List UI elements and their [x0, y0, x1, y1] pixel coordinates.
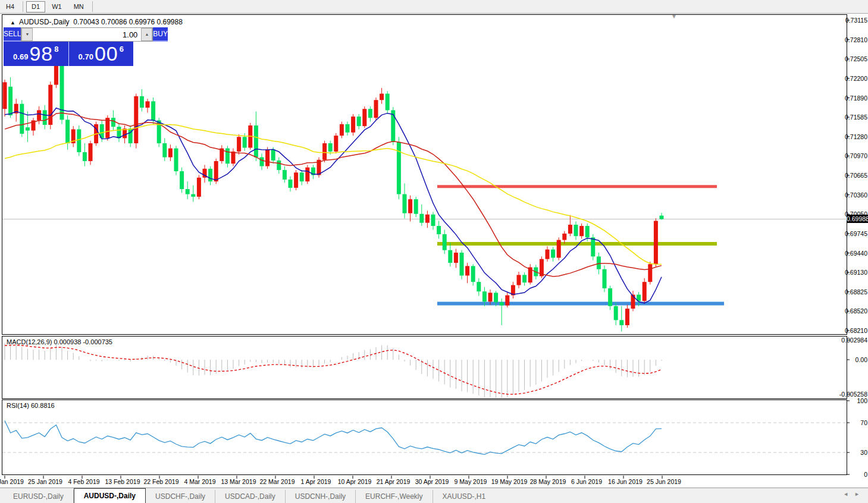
macd-signal-value: -0.000735 [83, 338, 112, 345]
macd-label: MACD(12,26,9) 0.000938 -0.000735 [7, 338, 112, 345]
date-axis[interactable]: 16 Jan 201925 Jan 20194 Feb 201913 Feb 2… [2, 476, 847, 486]
collapse-trade-panel-icon[interactable]: ▲ [10, 20, 15, 26]
price-axis-label: 0.71585 [845, 114, 867, 121]
rsi-panel: RSI(14) 60.8816 [2, 400, 847, 475]
price-axis-label: 0.69130 [845, 269, 867, 276]
sell-price-pip: 8 [54, 45, 58, 54]
rsi-axis-label: 0 [864, 471, 867, 478]
price-axis-label: 0.68520 [845, 307, 867, 315]
tab-scroll-arrows: ◄► [843, 491, 866, 497]
price-axis-label: 0.71280 [845, 133, 867, 140]
price-axis-label: 0.70360 [845, 191, 867, 199]
price-axis-label: 0.73115 [845, 17, 867, 24]
ohlc-high: 0.70086 [101, 18, 127, 26]
timeframe-button-d1[interactable]: D1 [26, 1, 45, 12]
volume-decrease-button[interactable]: ▼ [21, 28, 33, 41]
volume-control: ▼ ▲ [21, 27, 153, 42]
rsi-label: RSI(14) 60.8816 [7, 402, 55, 409]
sell-price-big: 98 [29, 42, 53, 65]
timeframe-toolbar: H4D1W1MN [0, 0, 868, 14]
price-axis-label: 0.68825 [845, 288, 867, 295]
price-axis-label: 0.72200 [845, 75, 867, 82]
buy-price-button[interactable]: 0.70 00 6 [69, 42, 134, 66]
price-axis-label: 0.71890 [845, 95, 867, 102]
chart-tab-eurusd-daily[interactable]: EURUSD-,Daily [4, 490, 74, 503]
macd-axis-label: 0.002984 [841, 337, 867, 344]
date-axis-label: 6 Jun 2019 [571, 478, 602, 485]
price-axis-label: 0.68210 [845, 327, 867, 334]
chart-tab-usdcnh-daily[interactable]: USDCNH-,Daily [286, 490, 356, 503]
chart-tab-audusd-daily[interactable]: AUDUSD-,Daily [74, 488, 146, 503]
sell-price-prefix: 0.69 [13, 52, 28, 61]
chart-tab-xauusd-h1[interactable]: XAUUSD-,H1 [433, 490, 496, 503]
symbol-label: AUDUSD-,Daily [19, 18, 70, 26]
volume-input[interactable] [33, 28, 141, 41]
sell-price-button[interactable]: 0.69 98 8 [4, 42, 69, 66]
chart-tab-usdcad-daily[interactable]: USDCAD-,Daily [215, 490, 286, 503]
date-axis-label: 1 Apr 2019 [301, 478, 331, 485]
rsi-value: 60.8816 [31, 402, 55, 409]
date-axis-label: 9 May 2019 [455, 478, 487, 485]
timeframe-button-h4[interactable]: H4 [1, 1, 20, 12]
date-axis-label: 22 Mar 2019 [260, 478, 295, 485]
rsi-axis-label: 30 [860, 449, 867, 456]
date-axis-label: 13 Mar 2019 [221, 478, 256, 485]
price-axis-label: 0.69440 [845, 250, 867, 257]
one-click-trading-widget: SELL ▼ ▲ BUY 0.69 98 8 0.70 00 6 [4, 27, 133, 66]
buy-price-prefix: 0.70 [79, 52, 93, 61]
buy-button[interactable]: BUY [153, 27, 168, 42]
rsi-axis-label: 70 [860, 419, 867, 426]
chart-shift-marker-icon[interactable]: ▼ [671, 13, 677, 20]
sell-button[interactable]: SELL [4, 27, 21, 42]
macd-main-value: 0.000938 [54, 338, 81, 345]
price-axis-label: 0.72810 [845, 36, 867, 43]
date-axis-label: 19 May 2019 [491, 478, 528, 485]
timeframe-button-mn[interactable]: MN [68, 1, 89, 12]
toolbar-separator [92, 1, 93, 12]
ohlc-open: 0.70043 [73, 18, 99, 26]
tab-scroll-left-icon[interactable]: ◄ [843, 491, 854, 497]
price-axis-label: 0.70970 [845, 152, 867, 159]
volume-increase-button[interactable]: ▲ [141, 28, 152, 41]
date-axis-label: 25 Jan 2019 [28, 478, 62, 485]
date-axis-label: 25 Jun 2019 [647, 478, 681, 485]
buy-price-pip: 6 [120, 45, 124, 54]
chart-tab-eurchf-weekly[interactable]: EURCHF-,Weekly [356, 490, 433, 503]
date-axis-label: 4 Mar 2019 [184, 478, 215, 485]
date-axis-label: 16 Jun 2019 [608, 478, 643, 485]
macd-panel: MACD(12,26,9) 0.000938 -0.000735 [2, 336, 847, 399]
rsi-axis-label: 100 [857, 397, 867, 404]
date-axis-label: 30 Apr 2019 [415, 478, 449, 485]
timeframe-button-w1[interactable]: W1 [46, 1, 67, 12]
chart-tab-bar: EURUSD-,DailyAUDUSD-,DailyUSDCHF-,DailyU… [0, 488, 868, 503]
price-axis-label: 0.69745 [845, 230, 867, 237]
date-axis-label: 21 Apr 2019 [377, 478, 411, 485]
price-axis-label: 0.72505 [845, 55, 867, 62]
current-price-badge: 0.69988 [847, 215, 868, 223]
date-axis-label: 13 Feb 2019 [105, 478, 140, 485]
chart-window: ▲AUDUSD-,Daily 0.70043 0.70086 0.69976 0… [2, 14, 847, 476]
tab-scroll-right-icon[interactable]: ► [854, 491, 866, 497]
price-axis-label: 0.70665 [845, 172, 867, 179]
buy-price-big: 00 [95, 42, 118, 65]
date-axis-label: 16 Jan 2019 [0, 478, 24, 485]
macd-axis-label: 0.00 [856, 356, 867, 363]
ohlc-low: 0.69976 [129, 18, 155, 26]
date-axis-label: 10 Apr 2019 [338, 478, 372, 485]
date-axis-label: 4 Feb 2019 [68, 478, 99, 485]
toolbar-separator [23, 1, 23, 12]
ohlc-close: 0.69988 [156, 18, 182, 26]
date-axis-label: 28 May 2019 [530, 478, 566, 485]
chart-tab-usdchf-daily[interactable]: USDCHF-,Daily [146, 490, 215, 503]
date-axis-label: 22 Feb 2019 [144, 478, 179, 485]
price-panel: ▲AUDUSD-,Daily 0.70043 0.70086 0.69976 0… [2, 14, 847, 335]
chart-title: ▲AUDUSD-,Daily 0.70043 0.70086 0.69976 0… [10, 18, 183, 26]
